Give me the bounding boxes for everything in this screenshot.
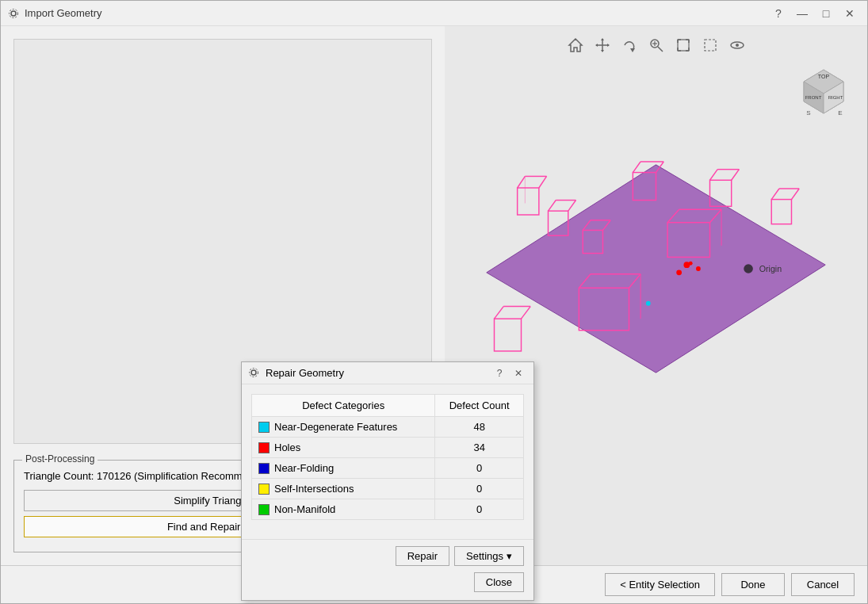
dialog-footer: Repair Settings ▾: [242, 539, 533, 572]
defect-color-swatch: [258, 422, 270, 433]
svg-line-51: [633, 162, 640, 173]
svg-point-82: [646, 301, 651, 306]
window-icon: [7, 7, 20, 20]
dialog-title: Repair Geometry: [266, 367, 491, 379]
defect-color-swatch: [258, 504, 270, 515]
defect-name: Non-Manifold: [274, 503, 335, 515]
dialog-close-btn[interactable]: Close: [474, 572, 524, 592]
defect-count-cell: 0: [435, 479, 524, 499]
dialog-title-bar: Repair Geometry ? ✕: [242, 362, 533, 384]
dialog-help-button[interactable]: ?: [491, 366, 508, 380]
defect-name: Holes: [274, 442, 300, 453]
svg-line-55: [710, 170, 718, 181]
triangle-count-value: 170126: [97, 470, 134, 482]
svg-line-60: [791, 189, 799, 200]
svg-line-59: [771, 189, 779, 200]
defect-count-cell: 48: [435, 417, 524, 438]
post-processing-legend: Post-Processing: [22, 453, 98, 464]
defect-name-cell: Holes: [252, 438, 435, 458]
svg-line-75: [495, 307, 504, 319]
svg-rect-58: [771, 200, 791, 224]
entity-selection-button[interactable]: < Entity Selection: [605, 573, 715, 596]
defect-name-cell: Self-Intersections: [252, 479, 435, 499]
defect-name: Self-Intersections: [274, 483, 354, 495]
defect-name-cell: Non-Manifold: [252, 499, 435, 520]
defect-name-cell: Near-Degenerate Features: [252, 417, 435, 438]
defect-color-swatch: [258, 442, 270, 453]
done-button[interactable]: Done: [721, 573, 785, 596]
settings-button[interactable]: Settings ▾: [454, 546, 524, 566]
defect-table: Defect Categories Defect Count Near-Dege…: [251, 394, 524, 520]
window-controls: ? — □ ✕: [767, 5, 861, 22]
defect-row: Self-Intersections 0: [252, 479, 524, 499]
svg-line-43: [549, 201, 556, 212]
settings-arrow: ▾: [507, 550, 512, 562]
triangle-count-label: Triangle Count:: [24, 470, 97, 482]
svg-rect-37: [518, 188, 539, 215]
svg-text:Origin: Origin: [759, 264, 782, 273]
dialog-content: Defect Categories Defect Count Near-Dege…: [242, 384, 533, 539]
defect-row: Holes 34: [252, 438, 524, 458]
svg-point-80: [676, 270, 682, 275]
svg-point-79: [696, 266, 701, 271]
svg-line-44: [568, 201, 576, 212]
defect-row: Near-Degenerate Features 48: [252, 417, 524, 438]
defect-row: Non-Manifold 0: [252, 499, 524, 520]
maximize-button[interactable]: □: [815, 5, 837, 22]
svg-point-85: [251, 370, 256, 375]
col-count: Defect Count: [435, 395, 524, 417]
defect-row: Near-Folding 0: [252, 458, 524, 479]
svg-line-76: [522, 307, 531, 319]
close-button[interactable]: ✕: [839, 5, 861, 22]
col-categories: Defect Categories: [252, 395, 435, 417]
defect-name: Near-Degenerate Features: [274, 421, 397, 433]
svg-line-39: [539, 176, 547, 188]
dialog-icon: [248, 367, 261, 380]
defect-count-cell: 34: [435, 438, 524, 458]
dialog-controls: ? ✕: [491, 366, 527, 380]
defect-name-cell: Near-Folding: [252, 458, 435, 479]
svg-line-38: [518, 176, 526, 188]
help-button[interactable]: ?: [767, 5, 790, 22]
svg-point-86: [250, 368, 258, 377]
svg-point-81: [689, 262, 693, 266]
defect-color-swatch: [258, 484, 270, 495]
title-bar: Import Geometry ? — □ ✕: [1, 1, 867, 26]
dialog-close-button[interactable]: ✕: [510, 366, 527, 380]
settings-label: Settings: [466, 550, 503, 562]
window-title: Import Geometry: [25, 7, 767, 19]
close-row: Close: [242, 572, 533, 600]
repair-button[interactable]: Repair: [396, 546, 449, 566]
defect-color-swatch: [258, 463, 270, 474]
svg-point-1: [10, 9, 18, 17]
cancel-button[interactable]: Cancel: [791, 573, 855, 596]
defect-count-cell: 0: [435, 458, 524, 479]
svg-line-56: [732, 170, 740, 181]
svg-point-0: [11, 11, 16, 16]
svg-rect-74: [495, 319, 522, 351]
defect-name: Near-Folding: [274, 462, 334, 474]
repair-geometry-dialog: Repair Geometry ? ✕ Defect Categories De…: [241, 361, 534, 601]
svg-point-83: [744, 264, 753, 273]
defect-count-cell: 0: [435, 499, 524, 520]
minimize-button[interactable]: —: [791, 5, 813, 22]
